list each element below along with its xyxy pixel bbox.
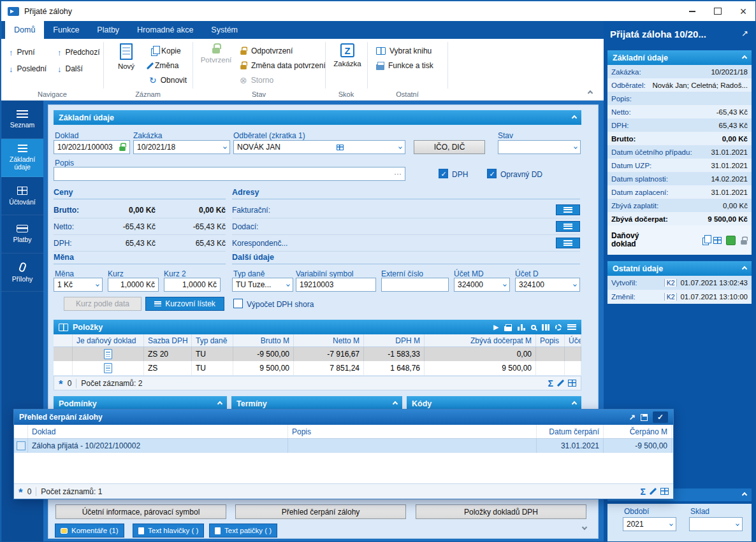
play-icon[interactable]: ▶ [493,324,498,331]
externi-cislo-field[interactable] [381,278,449,292]
kurz2-field[interactable]: 1,0000 Kč [164,278,221,292]
tab-text-paticky[interactable]: Text patičky ( ) [209,524,277,538]
sidebar-item-platby[interactable]: Platby [1,215,43,253]
tab-domu[interactable]: Domů [5,21,44,39]
opravny-dd-checkbox[interactable] [487,169,497,178]
collapse-section-icon[interactable] [217,401,222,406]
tab-text-hlavicky[interactable]: Text hlavičky ( ) [133,524,204,538]
obdobi-field[interactable]: 2021 [623,517,676,531]
polozky-row-2[interactable]: ZS TU 9 500,00 7 851,24 1 648,76 9 500,0… [54,361,581,375]
col-ucet[interactable]: Účet [565,334,581,346]
zakazka-field[interactable]: 10/2021/18 [133,140,230,154]
dialog-titlebar[interactable]: Přehled čerpání zálohy ↗ ✓ [14,410,673,425]
col-typ-dane[interactable]: Typ daně [192,334,233,346]
col-sazba[interactable]: Sazba DPH [144,334,192,346]
dropdown-icon[interactable] [93,283,99,286]
table-icon[interactable] [713,237,722,244]
ucetni-informace-button[interactable]: Účetní informace, párovací symbol [55,504,226,519]
close-button[interactable] [731,1,756,21]
dropdown-icon[interactable] [571,146,577,148]
dialog-row-1[interactable]: Záloha přijatá - 10/2021/100002 31.01.20… [14,439,673,453]
save-icon[interactable] [641,414,648,421]
collapse-section-icon[interactable] [393,401,398,406]
unconfirm-button[interactable]: Odpotvrzení [236,44,296,58]
menu-icon[interactable] [567,324,576,330]
table-edit-icon[interactable] [660,488,669,495]
kurzovni-listek-button[interactable]: Kurzovní lístek [145,297,224,311]
edit-button[interactable]: Změna [145,59,182,73]
gear-icon[interactable] [555,324,562,331]
polozky-row-1[interactable]: ZS 20 TU -9 500,00 -7 916,67 -1 583,33 0… [54,347,581,361]
col-brutto[interactable]: Brutto M [233,334,294,346]
pencil-icon[interactable] [650,488,657,495]
dropdown-icon[interactable] [667,523,672,525]
collapse-section-icon[interactable] [572,401,577,406]
typ-dane-field[interactable]: TU Tuze... [232,278,293,292]
collapse-section-icon[interactable] [742,55,747,60]
dropdown-icon[interactable] [733,523,739,525]
new-button[interactable]: Nový [111,39,142,70]
tab-komentare[interactable]: Komentáře (1) [55,524,124,538]
preview-section-zakladni[interactable]: Základní údaje [607,50,752,65]
tab-system[interactable]: Systém [202,21,247,39]
open-in-window-icon[interactable]: ↗ [629,413,636,421]
copy-button[interactable]: Kopie [145,44,185,58]
doklad-field[interactable]: 10/2021/100003 [54,140,130,154]
first-button[interactable]: ↑ První [5,45,39,59]
minimize-button[interactable] [680,1,705,21]
maximize-button[interactable] [705,1,731,21]
filter-icon[interactable]: * [59,382,63,388]
dph-checkbox[interactable] [439,169,448,178]
search-icon[interactable] [531,325,536,330]
sum-icon[interactable]: Σ [641,487,646,497]
table-edit-icon[interactable] [568,380,576,387]
sidebar-item-uctovani[interactable]: Účtování [1,177,43,215]
mena-field[interactable]: 1 Kč [54,278,103,292]
partner-link-icon[interactable] [333,145,344,150]
address-menu-button[interactable] [556,238,580,248]
prehled-cerpani-button[interactable]: Přehled čerpání zálohy [235,504,406,519]
refresh-button[interactable]: ↻ Obnovit [145,73,191,87]
tab-funkce[interactable]: Funkce [44,21,88,39]
dropdown-icon[interactable] [221,146,226,148]
columns-icon[interactable] [542,324,549,331]
open-in-window-icon[interactable]: ↗ [741,29,748,38]
ucet-md-field[interactable]: 324000 [454,278,510,292]
stav-field[interactable] [498,140,581,154]
col-popis[interactable]: Popis [288,425,537,438]
ucet-d-field[interactable]: 324100 [515,278,580,292]
dropdown-icon[interactable] [284,283,289,286]
popis-field[interactable]: ··· [54,167,405,181]
sum-icon[interactable]: Σ [548,378,553,389]
kurz-field[interactable]: 1,0000 Kč [108,278,159,292]
address-menu-button[interactable] [556,204,580,215]
previous-button[interactable]: ↑ Předchozí [54,45,104,59]
section-header-zakladni-udaje[interactable]: Základní údaje [54,110,581,125]
change-confirm-date-button[interactable]: Změna data potvrzení [236,59,330,73]
sidebar-item-zakladni-udaje[interactable]: Základní údaje [1,139,43,177]
col-dph[interactable]: DPH M [364,334,425,346]
col-doklad[interactable]: Doklad [28,425,288,438]
tab-platby[interactable]: Platby [88,21,128,39]
preview-section-ostatni[interactable]: Ostatní údaje [607,261,752,276]
dropdown-icon[interactable] [571,283,576,286]
tab-hromadne-akce[interactable]: Hromadné akce [128,21,202,39]
sidebar-item-seznam[interactable]: Seznam [1,101,43,139]
dropdown-icon[interactable] [500,283,506,286]
next-button[interactable]: ↓ Další [54,62,87,76]
col-netto[interactable]: Netto M [294,334,364,346]
sklad-field[interactable] [689,517,743,531]
collapse-section-icon[interactable] [742,266,747,271]
last-button[interactable]: ↓ Poslední [5,62,50,76]
address-menu-button[interactable] [556,221,580,232]
col-cerpano[interactable]: Čerpáno M [604,425,672,438]
chart-icon[interactable] [518,324,525,331]
functions-print-button[interactable]: Funkce a tisk [372,59,437,73]
row-selector[interactable] [17,441,25,450]
col-zbyva[interactable]: Zbývá dočerpat M [425,334,536,346]
var-symbol-field[interactable]: 19210003 [296,278,376,292]
copy-icon[interactable] [702,238,709,245]
pencil-icon[interactable] [557,380,564,387]
more-button[interactable]: ··· [391,169,402,178]
print-icon[interactable] [504,326,512,331]
